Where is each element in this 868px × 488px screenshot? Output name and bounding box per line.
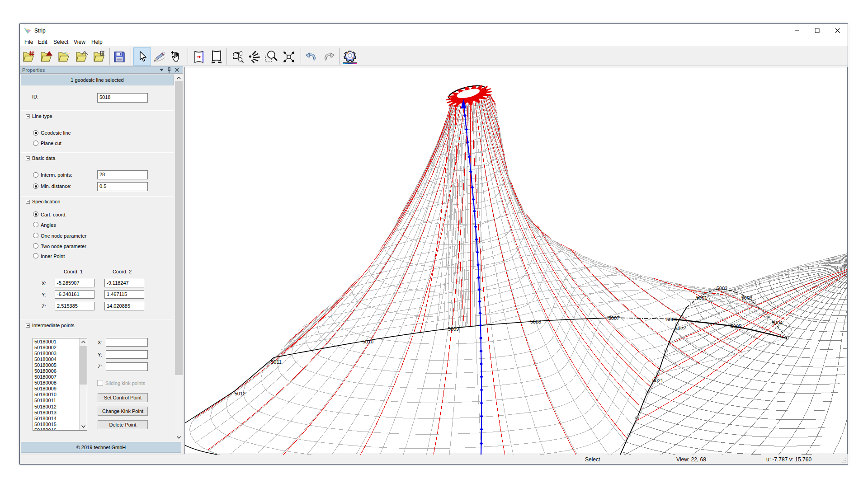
svg-text:5007: 5007 [609, 315, 619, 321]
svg-text:5005: 5005 [731, 324, 741, 329]
svg-text:5022: 5022 [675, 326, 686, 331]
svg-text:5002: 5002 [717, 286, 727, 291]
svg-text:5011: 5011 [271, 359, 282, 365]
svg-text:5009: 5009 [448, 326, 459, 332]
svg-text:5008: 5008 [530, 319, 541, 324]
svg-text:5006: 5006 [666, 317, 677, 322]
svg-text:5021: 5021 [652, 378, 663, 383]
svg-text:5004: 5004 [772, 320, 783, 325]
svg-text:5010: 5010 [363, 339, 373, 344]
svg-text:5012: 5012 [235, 391, 245, 396]
svg-text:5001: 5001 [696, 295, 707, 300]
svg-text:5003: 5003 [741, 295, 752, 300]
